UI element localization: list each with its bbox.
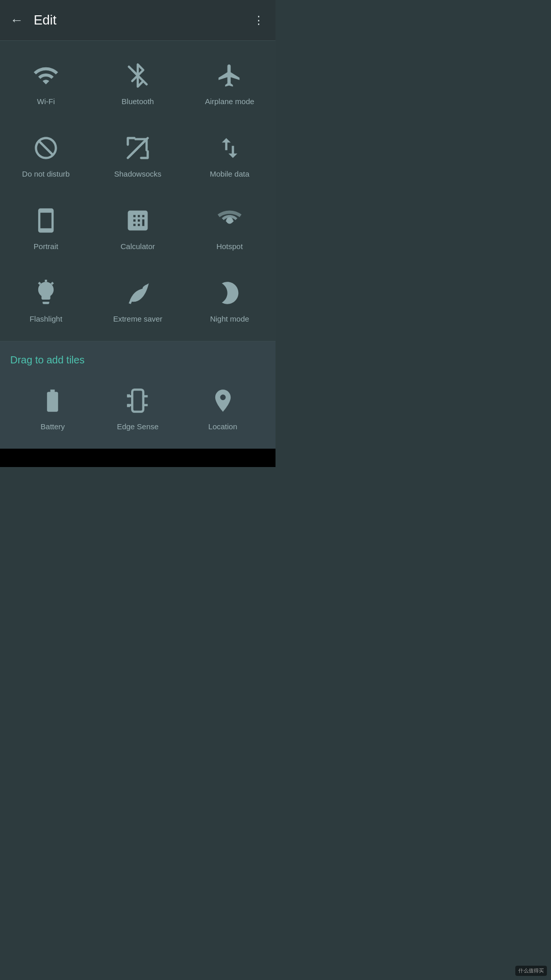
tile-bluetooth-label: Bluetooth bbox=[121, 97, 154, 106]
tile-battery[interactable]: Battery bbox=[10, 371, 95, 444]
tile-location[interactable]: Location bbox=[180, 371, 265, 444]
wifi-icon bbox=[32, 61, 60, 90]
tile-extremesaver[interactable]: Extreme saver bbox=[92, 263, 184, 336]
tile-calculator[interactable]: Calculator bbox=[92, 191, 184, 263]
more-options-button[interactable]: ⋮ bbox=[253, 14, 265, 27]
tile-mobiledata-label: Mobile data bbox=[210, 169, 249, 178]
tile-wifi[interactable]: Wi-Fi bbox=[0, 46, 92, 118]
svg-line-6 bbox=[39, 282, 40, 284]
tile-airplane[interactable]: Airplane mode bbox=[184, 46, 276, 118]
battery-icon bbox=[38, 386, 67, 415]
tile-extremesaver-label: Extreme saver bbox=[113, 314, 163, 323]
tile-shadowsocks[interactable]: Shadowsocks bbox=[92, 118, 184, 191]
tile-airplane-label: Airplane mode bbox=[205, 97, 255, 106]
portrait-icon bbox=[32, 206, 60, 235]
tile-flashlight[interactable]: Flashlight bbox=[0, 263, 92, 336]
tile-hotspot[interactable]: Hotspot bbox=[184, 191, 276, 263]
tile-battery-label: Battery bbox=[41, 422, 65, 431]
edgesense-icon bbox=[123, 386, 152, 415]
location-icon bbox=[209, 386, 237, 415]
tile-nightmode-label: Night mode bbox=[210, 314, 249, 323]
add-tiles-section: Drag to add tiles Battery bbox=[0, 341, 276, 449]
add-section-title: Drag to add tiles bbox=[10, 354, 265, 366]
tile-dnd-label: Do not disturb bbox=[22, 169, 69, 178]
tile-edgesense[interactable]: Edge Sense bbox=[95, 371, 181, 444]
active-tiles-section: Wi-Fi Bluetooth Airplane mode bbox=[0, 41, 276, 341]
add-tiles-grid: Battery Edge Sense bbox=[10, 371, 265, 444]
tile-mobiledata[interactable]: Mobile data bbox=[184, 118, 276, 191]
svg-rect-8 bbox=[132, 389, 143, 411]
tile-portrait-label: Portrait bbox=[34, 242, 58, 251]
airplane-icon bbox=[215, 61, 244, 90]
tile-location-label: Location bbox=[208, 422, 237, 431]
flashlight-icon bbox=[32, 279, 60, 307]
tile-dnd[interactable]: Do not disturb bbox=[0, 118, 92, 191]
back-button[interactable]: ← bbox=[10, 12, 23, 28]
tile-portrait[interactable]: Portrait bbox=[0, 191, 92, 263]
tile-calculator-label: Calculator bbox=[120, 242, 155, 251]
tile-bluetooth[interactable]: Bluetooth bbox=[92, 46, 184, 118]
dnd-icon bbox=[32, 134, 60, 162]
svg-line-7 bbox=[52, 282, 53, 284]
active-tiles-grid: Wi-Fi Bluetooth Airplane mode bbox=[0, 46, 276, 336]
shadowsocks-icon bbox=[123, 134, 152, 162]
extremesaver-icon bbox=[123, 279, 152, 307]
hotspot-icon bbox=[215, 206, 244, 235]
calculator-icon bbox=[123, 206, 152, 235]
bluetooth-icon bbox=[123, 61, 152, 90]
tile-edgesense-label: Edge Sense bbox=[117, 422, 159, 431]
header: ← Edit ⋮ bbox=[0, 0, 276, 41]
tile-wifi-label: Wi-Fi bbox=[37, 97, 55, 106]
tile-flashlight-label: Flashlight bbox=[30, 314, 62, 323]
nightmode-icon bbox=[215, 279, 244, 307]
bottom-navigation-bar bbox=[0, 449, 276, 467]
tile-nightmode[interactable]: Night mode bbox=[184, 263, 276, 336]
svg-line-3 bbox=[128, 138, 148, 158]
mobiledata-icon bbox=[215, 134, 244, 162]
tile-shadowsocks-label: Shadowsocks bbox=[114, 169, 162, 178]
page-title: Edit bbox=[34, 12, 253, 28]
tile-hotspot-label: Hotspot bbox=[216, 242, 243, 251]
